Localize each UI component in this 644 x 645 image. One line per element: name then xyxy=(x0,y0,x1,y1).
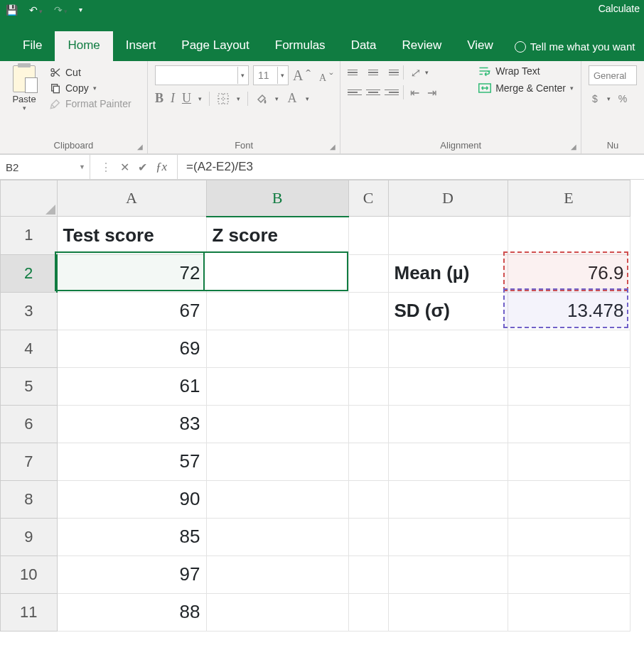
col-header-E[interactable]: E xyxy=(508,180,630,217)
orientation-button[interactable]: ⤢ xyxy=(408,66,421,79)
qat-customize-icon[interactable]: ▾ xyxy=(79,6,82,13)
cell-B11[interactable] xyxy=(206,593,348,631)
col-header-A[interactable]: A xyxy=(57,180,206,217)
dialog-launcher-icon[interactable]: ◢ xyxy=(330,143,336,151)
font-name-combo[interactable]: ▾ xyxy=(155,65,249,85)
cell-A1[interactable]: Test score xyxy=(57,217,206,255)
row-header-6[interactable]: 6 xyxy=(1,405,58,443)
row-header-1[interactable]: 1 xyxy=(1,217,58,255)
tab-page-layout[interactable]: Page Layout xyxy=(168,31,262,61)
cell-C6[interactable] xyxy=(348,405,388,443)
spreadsheet-grid[interactable]: A B C D E 1 Test score Z score 2 72 =(A2… xyxy=(0,180,644,632)
cell-C4[interactable] xyxy=(348,330,388,367)
cell-D9[interactable] xyxy=(388,518,508,555)
cell-E11[interactable] xyxy=(508,593,630,631)
cell-B7[interactable] xyxy=(206,443,348,480)
col-header-D[interactable]: D xyxy=(388,180,508,217)
fx-icon[interactable]: ƒx xyxy=(156,160,167,174)
align-top-button[interactable] xyxy=(348,66,362,79)
row-header-8[interactable]: 8 xyxy=(1,480,58,518)
tell-me-search[interactable]: Tell me what you want xyxy=(506,33,640,61)
cell-A9[interactable]: 85 xyxy=(57,518,206,555)
align-middle-button[interactable] xyxy=(366,66,380,79)
cell-C8[interactable] xyxy=(348,480,388,518)
cell-A2[interactable]: 72 xyxy=(57,254,206,292)
align-right-button[interactable] xyxy=(385,86,399,99)
cell-D4[interactable] xyxy=(388,330,508,367)
cell-D6[interactable] xyxy=(388,405,508,443)
tab-formulas[interactable]: Formulas xyxy=(262,31,338,61)
cell-A10[interactable]: 97 xyxy=(57,555,206,593)
cell-A4[interactable]: 69 xyxy=(57,330,206,367)
cell-B6[interactable] xyxy=(206,405,348,443)
wrap-text-button[interactable]: Wrap Text xyxy=(478,65,574,77)
cell-A5[interactable]: 61 xyxy=(57,367,206,405)
cancel-formula-button[interactable]: ✕ xyxy=(120,161,129,174)
borders-button[interactable] xyxy=(217,92,230,105)
align-left-button[interactable] xyxy=(348,86,362,99)
cell-D10[interactable] xyxy=(388,555,508,593)
tab-view[interactable]: View xyxy=(454,31,506,61)
cell-B9[interactable] xyxy=(206,518,348,555)
font-size-combo[interactable]: 11▾ xyxy=(253,65,289,85)
row-header-2[interactable]: 2 xyxy=(1,254,58,292)
cell-A8[interactable]: 90 xyxy=(57,480,206,518)
cell-C5[interactable] xyxy=(348,367,388,405)
chevron-down-icon[interactable]: ▼ xyxy=(79,163,85,170)
tab-data[interactable]: Data xyxy=(338,31,390,61)
cell-A3[interactable]: 67 xyxy=(57,292,206,330)
accept-formula-button[interactable]: ✔ xyxy=(138,161,147,174)
percent-format-button[interactable]: % xyxy=(616,92,629,105)
cell-E9[interactable] xyxy=(508,518,630,555)
copy-button[interactable]: Copy ▾ xyxy=(47,81,134,95)
cell-E10[interactable] xyxy=(508,555,630,593)
italic-button[interactable]: I xyxy=(171,91,175,106)
cell-A11[interactable]: 88 xyxy=(57,593,206,631)
align-bottom-button[interactable] xyxy=(385,66,399,79)
cell-B1[interactable]: Z score xyxy=(206,217,348,255)
cell-A7[interactable]: 57 xyxy=(57,443,206,480)
fill-color-button[interactable] xyxy=(255,92,268,105)
cell-E8[interactable] xyxy=(508,480,630,518)
cell-D2[interactable]: Mean (µ) xyxy=(388,254,508,292)
cell-D1[interactable] xyxy=(388,217,508,255)
cell-E7[interactable] xyxy=(508,443,630,480)
col-header-C[interactable]: C xyxy=(348,180,388,217)
cell-B10[interactable] xyxy=(206,555,348,593)
cell-C11[interactable] xyxy=(348,593,388,631)
number-format-combo[interactable]: General xyxy=(589,65,637,85)
col-header-B[interactable]: B xyxy=(206,180,348,217)
decrease-indent-button[interactable]: ⇤ xyxy=(408,86,421,99)
cell-A6[interactable]: 83 xyxy=(57,405,206,443)
row-header-11[interactable]: 11 xyxy=(1,593,58,631)
cell-E1[interactable] xyxy=(508,217,630,255)
tab-review[interactable]: Review xyxy=(390,31,455,61)
cell-E4[interactable] xyxy=(508,330,630,367)
cell-B5[interactable] xyxy=(206,367,348,405)
align-center-button[interactable] xyxy=(366,86,380,99)
cell-D7[interactable] xyxy=(388,443,508,480)
cell-E3[interactable]: 13.478 xyxy=(508,292,630,330)
row-header-3[interactable]: 3 xyxy=(1,292,58,330)
row-header-5[interactable]: 5 xyxy=(1,367,58,405)
tab-home[interactable]: Home xyxy=(55,31,112,61)
cell-C10[interactable] xyxy=(348,555,388,593)
cell-D3[interactable]: SD (σ) xyxy=(388,292,508,330)
cut-button[interactable]: Cut xyxy=(47,65,134,80)
cell-B3[interactable] xyxy=(206,292,348,330)
cell-D5[interactable] xyxy=(388,367,508,405)
cell-C7[interactable] xyxy=(348,443,388,480)
cell-D8[interactable] xyxy=(388,480,508,518)
cell-B2[interactable]: =(A2-E2)/E3 xyxy=(206,254,348,292)
cell-B4[interactable] xyxy=(206,330,348,367)
cell-E6[interactable] xyxy=(508,405,630,443)
tab-file[interactable]: File xyxy=(10,31,55,61)
cell-E2[interactable]: 76.9 xyxy=(508,254,630,292)
save-icon[interactable]: 💾 xyxy=(6,5,18,15)
row-header-7[interactable]: 7 xyxy=(1,443,58,480)
dialog-launcher-icon[interactable]: ◢ xyxy=(571,143,576,151)
underline-button[interactable]: U xyxy=(182,91,191,106)
select-all-corner[interactable] xyxy=(1,180,58,217)
formula-input[interactable]: =(A2-E2)/E3 xyxy=(177,155,644,179)
dialog-launcher-icon[interactable]: ◢ xyxy=(137,143,143,151)
